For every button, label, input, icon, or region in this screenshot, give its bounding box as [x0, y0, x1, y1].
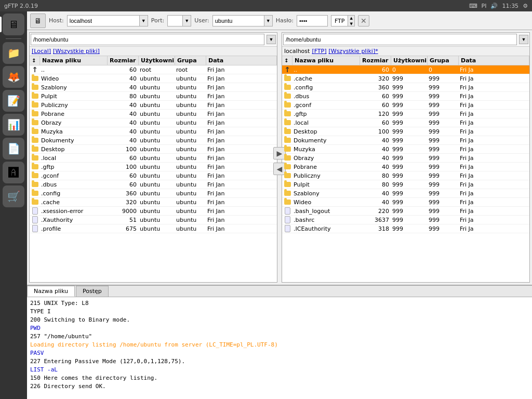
- table-row[interactable]: .cache 320 ubuntu ubuntu Fri Jan: [30, 198, 277, 207]
- connect-button[interactable]: 🖥: [30, 14, 46, 28]
- table-row[interactable]: .config 360 999 999 Fri Ja: [282, 83, 529, 92]
- right-header-user[interactable]: Użytkowni: [391, 56, 428, 65]
- table-row[interactable]: .gftp 120 999 999 Fri Ja: [282, 110, 529, 118]
- right-path-dropdown[interactable]: ▼: [519, 35, 528, 44]
- table-row[interactable]: Szablony 40 ubuntu ubuntu Fri Jan: [30, 83, 277, 92]
- table-row[interactable]: .local 60 ubuntu ubuntu Fri Jan: [30, 154, 277, 163]
- right-filter-ftp[interactable]: [FTP]: [312, 48, 326, 55]
- user-input[interactable]: [212, 15, 264, 26]
- row-group: 999: [428, 137, 459, 144]
- row-user: ubuntu: [139, 225, 175, 232]
- table-row[interactable]: .bash_logout 220 999 999 Fri Ja: [282, 207, 529, 216]
- table-row[interactable]: Publiczny 80 999 999 Fri Ja: [282, 171, 529, 180]
- table-row[interactable]: Muzyka 40 ubuntu ubuntu Fri Jan: [30, 127, 277, 136]
- left-filter-local[interactable]: [Local]: [32, 48, 51, 55]
- table-row[interactable]: Obrazy 40 ubuntu ubuntu Fri Jan: [30, 118, 277, 127]
- table-row[interactable]: Pobrane 40 ubuntu ubuntu Fri Jan: [30, 110, 277, 118]
- spreadsheet-app[interactable]: 📊: [3, 114, 24, 136]
- titlebar-left: gFTP 2.0.19: [4, 3, 38, 9]
- user-dropdown[interactable]: ▼: [264, 15, 273, 26]
- table-row[interactable]: .xsession-error 9000 ubuntu ubuntu Fri J…: [30, 207, 277, 216]
- table-row[interactable]: .profile 675 ubuntu ubuntu Fri Jan: [30, 224, 277, 233]
- table-row[interactable]: Dokumenty 40 ubuntu ubuntu Fri Jan: [30, 136, 277, 145]
- row-size: 40: [360, 190, 391, 197]
- right-path-input[interactable]: [283, 34, 517, 45]
- row-name: Desktop: [292, 128, 360, 135]
- bottom-tab[interactable]: Nazwa pliku: [27, 286, 75, 297]
- table-row[interactable]: .Xauthority 51 ubuntu ubuntu Fri Jan: [30, 216, 277, 224]
- port-dropdown[interactable]: ▼: [183, 15, 191, 26]
- table-row[interactable]: Publiczny 40 ubuntu ubuntu Fri Jan: [30, 101, 277, 110]
- text-editor-app[interactable]: 📝: [3, 90, 24, 112]
- table-row[interactable]: .config 360 ubuntu ubuntu Fri Jan: [30, 189, 277, 198]
- main-area: ▼ [Local] [Wszystkie pliki] ↕ Nazwa plik…: [27, 30, 532, 399]
- table-row[interactable]: .cache 320 999 999 Fri Ja: [282, 74, 529, 83]
- disconnect-button[interactable]: ✕: [358, 15, 369, 26]
- left-path-input[interactable]: [31, 34, 264, 45]
- gftp-app[interactable]: 🖥: [3, 14, 24, 35]
- folder-icon: [32, 191, 38, 196]
- file-icon: [32, 216, 38, 223]
- table-row[interactable]: .local 60 999 999 Fri Ja: [282, 118, 529, 127]
- row-size: 60: [360, 66, 391, 73]
- left-filter-all[interactable]: [Wszystkie pliki]: [53, 48, 100, 55]
- file-icon: [285, 225, 290, 232]
- right-header-group[interactable]: Grupa: [428, 56, 459, 65]
- table-row[interactable]: Wideo 40 ubuntu ubuntu Fri Jan: [30, 74, 277, 83]
- folder-icon: [284, 200, 291, 205]
- row-size: 220: [360, 208, 391, 215]
- files-app[interactable]: 📁: [3, 42, 24, 64]
- row-name: .cache: [40, 199, 108, 206]
- table-row[interactable]: ↑ .. 60 root root Fri Jan: [30, 65, 277, 74]
- store-app[interactable]: 🛒: [3, 185, 24, 207]
- protocol-up[interactable]: ▲: [348, 16, 354, 21]
- left-header-user[interactable]: Użytkowni: [139, 56, 175, 65]
- row-size: 40: [360, 199, 391, 206]
- bottom-tab[interactable]: Postęp: [76, 286, 109, 297]
- table-row[interactable]: .gconf 60 ubuntu ubuntu Fri Jan: [30, 171, 277, 180]
- right-header-name[interactable]: Nazwa pliku: [292, 56, 360, 65]
- port-input[interactable]: [167, 15, 183, 26]
- row-user: ubuntu: [139, 155, 175, 162]
- password-input[interactable]: [297, 15, 328, 26]
- table-row[interactable]: Pulpit 80 ubuntu ubuntu Fri Jan: [30, 92, 277, 101]
- table-row[interactable]: Desktop 100 999 999 Fri Ja: [282, 127, 529, 136]
- table-row[interactable]: Pulpit 80 999 999 Fri Ja: [282, 180, 529, 189]
- row-icon: [30, 182, 40, 187]
- protocol-down[interactable]: ▼: [348, 21, 354, 27]
- table-row[interactable]: .dbus 60 999 999 Fri Ja: [282, 92, 529, 101]
- table-row[interactable]: Desktop 100 ubuntu ubuntu Fri Jan: [30, 145, 277, 154]
- left-path-dropdown[interactable]: ▼: [267, 35, 276, 44]
- left-header-name[interactable]: Nazwa pliku: [40, 56, 108, 65]
- row-date: Fri Jan: [206, 128, 277, 135]
- writer-app[interactable]: 📄: [3, 138, 24, 159]
- table-row[interactable]: Obrazy 40 999 999 Fri Ja: [282, 154, 529, 163]
- host-dropdown[interactable]: ▼: [140, 15, 148, 26]
- font-app[interactable]: 🅰: [3, 162, 24, 183]
- table-row[interactable]: .ICEauthority 318 999 999 Fri Ja: [282, 224, 529, 233]
- protocol-arrows[interactable]: ▲ ▼: [348, 16, 354, 26]
- row-date: Fri Jan: [206, 217, 277, 223]
- row-icon: [30, 76, 40, 81]
- table-row[interactable]: .bashrc 3637 999 999 Fri Ja: [282, 216, 529, 224]
- right-header-date[interactable]: Data: [459, 56, 529, 65]
- settings-icon[interactable]: ⚙: [523, 3, 528, 9]
- table-row[interactable]: Muzyka 40 999 999 Fri Ja: [282, 145, 529, 154]
- table-row[interactable]: ↑ .. 60 0 0 Fri Ja: [282, 65, 529, 74]
- left-header-group[interactable]: Grupa: [175, 56, 206, 65]
- protocol-selector[interactable]: FTP ▲ ▼: [331, 15, 355, 26]
- firefox-app[interactable]: 🦊: [3, 66, 24, 88]
- right-filter-all[interactable]: [Wszystkie pliki]*: [328, 48, 378, 55]
- left-header-date[interactable]: Data: [206, 56, 277, 65]
- table-row[interactable]: .gftp 100 ubuntu ubuntu Fri Jan: [30, 163, 277, 171]
- right-header-size[interactable]: Rozmiar: [360, 56, 391, 65]
- table-row[interactable]: Szablony 40 999 999 Fri Ja: [282, 189, 529, 198]
- table-row[interactable]: Pobrane 40 999 999 Fri Ja: [282, 163, 529, 171]
- left-header-size[interactable]: Rozmiar: [108, 56, 139, 65]
- table-row[interactable]: .gconf 60 999 999 Fri Ja: [282, 101, 529, 110]
- table-row[interactable]: .dbus 60 ubuntu ubuntu Fri Jan: [30, 180, 277, 189]
- folder-icon: [284, 191, 291, 196]
- table-row[interactable]: Wideo 40 999 999 Fri Ja: [282, 198, 529, 207]
- host-input[interactable]: [67, 15, 140, 26]
- table-row[interactable]: Dokumenty 40 999 999 Fri Ja: [282, 136, 529, 145]
